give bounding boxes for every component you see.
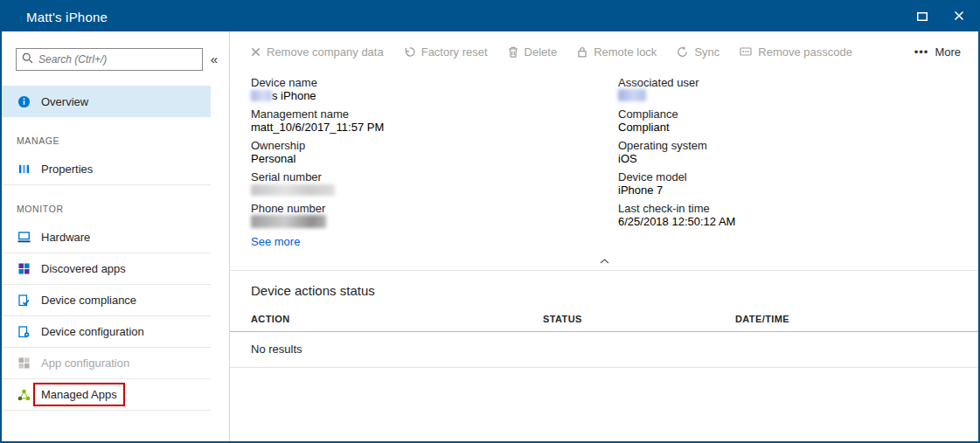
column-header-datetime: DATE/TIME [735, 314, 957, 324]
sidebar-item-label: Properties [41, 163, 93, 176]
device-actions-title: Device actions status [230, 283, 978, 298]
remote-lock-button[interactable]: Remote lock [577, 45, 657, 59]
sidebar-item-label: Overview [41, 95, 88, 108]
action-toolbar: Remove company data Factory reset Delete [230, 31, 978, 72]
sidebar-item-hardware[interactable]: Hardware [2, 222, 211, 253]
undo-arrow-icon [404, 46, 415, 58]
column-header-status: STATUS [543, 314, 735, 324]
operating-system-value: iOS [618, 152, 957, 165]
phone-number-value [251, 215, 618, 229]
chevron-up-icon [600, 252, 609, 267]
field-label: Compliance [618, 107, 957, 121]
field-label: Last check-in time [618, 202, 957, 215]
compliance-value: Compliant [618, 121, 957, 134]
sidebar-item-properties[interactable]: Properties [2, 154, 211, 185]
sidebar-item-device-configuration[interactable]: Device configuration [2, 316, 211, 348]
search-icon [22, 52, 33, 67]
sidebar-item-label: Hardware [41, 231, 90, 244]
sidebar: « Overview MANAGE Properties MONITOR [2, 31, 230, 441]
more-icon: ••• [914, 45, 929, 59]
sync-button[interactable]: Sync [677, 45, 719, 59]
table-header-row: ACTION STATUS DATE/TIME [230, 298, 978, 332]
device-actions-section: Device actions status ACTION STATUS DATE… [230, 271, 978, 368]
sidebar-item-app-configuration[interactable]: App configuration [2, 348, 211, 379]
remove-passcode-button[interactable]: Remove passcode [740, 45, 852, 59]
properties-icon [17, 163, 31, 175]
management-name-value: matt_10/6/2017_11:57 PM [251, 121, 618, 134]
associated-user-value [618, 89, 957, 102]
lock-icon [577, 46, 587, 58]
serial-number-value [251, 183, 618, 197]
field-label: Associated user [618, 76, 957, 89]
hardware-icon [17, 232, 31, 243]
field-label: Ownership [251, 139, 618, 152]
window-title: Matt's iPhone [26, 10, 108, 24]
redacted-text [618, 89, 646, 101]
factory-reset-button[interactable]: Factory reset [404, 45, 488, 59]
device-window: Matt's iPhone [0, 0, 980, 443]
device-compliance-icon [17, 294, 31, 307]
info-icon [17, 95, 31, 108]
more-button[interactable]: ••• More [914, 45, 961, 59]
search-box [16, 48, 203, 71]
device-configuration-icon [17, 326, 31, 338]
field-label: Device model [618, 170, 957, 183]
field-label: Serial number [251, 170, 618, 183]
no-results-row: No results [230, 332, 978, 368]
field-label: Phone number [251, 202, 618, 215]
remove-x-icon [251, 47, 261, 57]
ownership-value: Personal [251, 152, 618, 165]
field-label: Management name [251, 107, 618, 121]
remove-company-data-button[interactable]: Remove company data [251, 45, 384, 59]
details-collapse-toggle[interactable] [230, 248, 978, 271]
details-left-column: Device name s iPhone Management name mat… [251, 76, 618, 233]
column-header-action: ACTION [251, 314, 543, 324]
sidebar-item-discovered-apps[interactable]: Discovered apps [2, 253, 211, 285]
trash-icon [508, 46, 518, 58]
passcode-icon [740, 46, 752, 57]
details-right-column: Associated user Compliance Compliant Ope… [618, 76, 957, 233]
see-more-link[interactable]: See more [251, 235, 300, 248]
section-header-manage: MANAGE [17, 135, 211, 146]
main-content: Remove company data Factory reset Delete [230, 31, 978, 441]
sync-icon [677, 46, 688, 58]
search-input[interactable] [38, 53, 197, 66]
delete-button[interactable]: Delete [508, 45, 558, 59]
redacted-text [251, 184, 335, 196]
sidebar-item-overview[interactable]: Overview [2, 86, 211, 117]
discovered-apps-icon [17, 263, 31, 274]
close-icon [954, 10, 964, 24]
field-label: Operating system [618, 139, 957, 152]
sidebar-collapse-button[interactable]: « [203, 48, 226, 71]
redacted-text [251, 90, 272, 101]
sidebar-item-managed-apps[interactable]: Managed Apps [2, 379, 211, 411]
search-row: « [2, 48, 229, 71]
sidebar-item-label: Discovered apps [41, 262, 126, 275]
maximize-icon [917, 10, 928, 24]
app-configuration-icon [17, 357, 31, 369]
titlebar: Matt's iPhone [2, 2, 978, 31]
close-button[interactable] [952, 9, 966, 25]
titlebar-controls [915, 9, 966, 25]
sidebar-nav: Overview MANAGE Properties MONITOR Hardw… [2, 86, 211, 411]
last-checkin-value: 6/25/2018 12:50:12 AM [618, 215, 957, 228]
managed-apps-highlight: Managed Apps [33, 383, 125, 406]
sidebar-item-label: Managed Apps [41, 388, 117, 401]
device-model-value: iPhone 7 [618, 183, 957, 197]
device-name-value: s iPhone [251, 89, 618, 102]
sidebar-item-label: Device compliance [41, 294, 136, 307]
field-label: Device name [251, 76, 618, 89]
device-details: Device name s iPhone Management name mat… [230, 72, 978, 233]
redacted-text [251, 215, 326, 228]
sidebar-item-label: App configuration [41, 356, 129, 370]
section-header-monitor: MONITOR [17, 204, 211, 214]
managed-apps-icon [17, 389, 31, 401]
sidebar-item-device-compliance[interactable]: Device compliance [2, 285, 211, 316]
maximize-button[interactable] [915, 9, 929, 25]
sidebar-item-label: Device configuration [41, 325, 144, 338]
